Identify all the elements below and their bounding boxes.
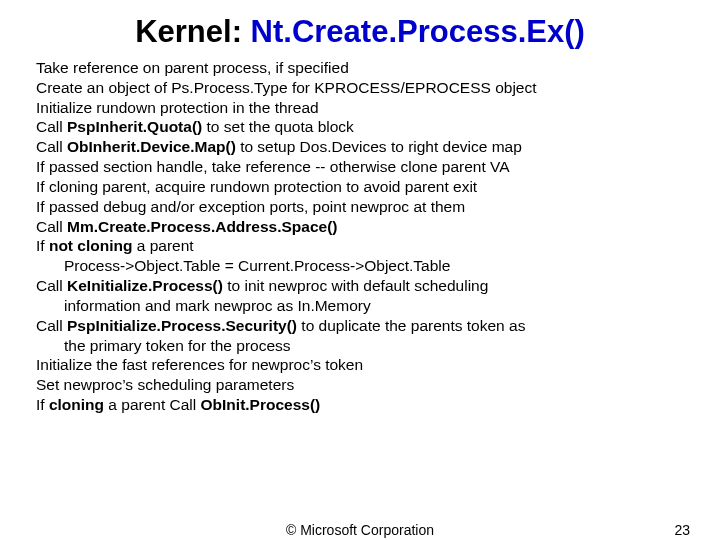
body-line-indented: the primary token for the process bbox=[36, 336, 684, 356]
body-line: Call PspInitialize.Process.Security() to… bbox=[36, 316, 684, 336]
body-line-indented: Process->Object.Table = Current.Process-… bbox=[36, 256, 684, 276]
title-prefix: Kernel: bbox=[135, 14, 250, 49]
body-line: If passed debug and/or exception ports, … bbox=[36, 197, 684, 217]
body-line: Initialize rundown protection in the thr… bbox=[36, 98, 684, 118]
slide-body: Take reference on parent process, if spe… bbox=[36, 58, 684, 415]
body-line: If cloning a parent Call ObInit.Process(… bbox=[36, 395, 684, 415]
body-line: Call Mm.Create.Process.Address.Space() bbox=[36, 217, 684, 237]
body-line: Take reference on parent process, if spe… bbox=[36, 58, 684, 78]
body-line: Call ObInherit.Device.Map() to setup Dos… bbox=[36, 137, 684, 157]
body-line: Initialize the fast references for newpr… bbox=[36, 355, 684, 375]
slide: Kernel: Nt.Create.Process.Ex() Take refe… bbox=[0, 0, 720, 415]
body-line: Call PspInherit.Quota() to set the quota… bbox=[36, 117, 684, 137]
slide-title: Kernel: Nt.Create.Process.Ex() bbox=[36, 14, 684, 50]
body-line: Create an object of Ps.Process.Type for … bbox=[36, 78, 684, 98]
body-line: If passed section handle, take reference… bbox=[36, 157, 684, 177]
copyright-text: © Microsoft Corporation bbox=[0, 522, 720, 538]
body-line: Set newproc’s scheduling parameters bbox=[36, 375, 684, 395]
body-line: If cloning parent, acquire rundown prote… bbox=[36, 177, 684, 197]
page-number: 23 bbox=[674, 522, 690, 538]
title-function: Nt.Create.Process.Ex() bbox=[251, 14, 585, 49]
body-line: If not cloning a parent bbox=[36, 236, 684, 256]
body-line: Call KeInitialize.Process() to init newp… bbox=[36, 276, 684, 296]
body-line-indented: information and mark newproc as In.Memor… bbox=[36, 296, 684, 316]
